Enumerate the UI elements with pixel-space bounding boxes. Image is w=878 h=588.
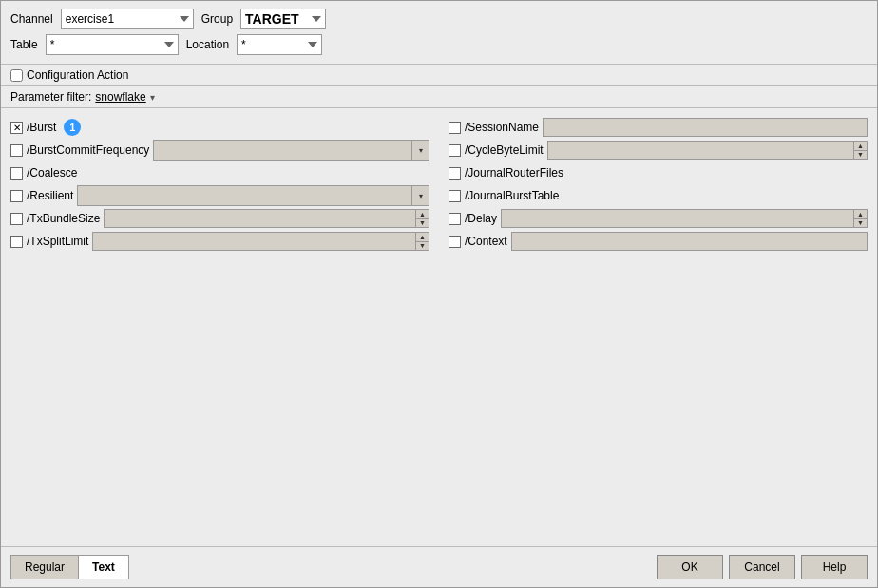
burstcommitfreq-input[interactable]	[154, 141, 411, 160]
cyclebytelimit-label: /CycleByteLimit	[465, 143, 544, 157]
params-area: ✕ /Burst 1 /BurstCommitFrequency ▾ /C	[1, 108, 877, 546]
param-row-sessionname: /SessionName	[449, 116, 868, 139]
action-buttons: OK Cancel Help	[657, 555, 868, 579]
delay-up-icon[interactable]: ▲	[854, 210, 867, 219]
txbundlesize-spin[interactable]: ▲ ▼	[104, 209, 429, 228]
location-label: Location	[186, 38, 229, 51]
cyclebytelimit-checkbox[interactable]	[449, 144, 461, 157]
table-label: Table	[10, 38, 38, 51]
dialog: Channel exercise1 Group TARGET Table * L…	[0, 0, 878, 588]
burstcommitfreq-checkbox[interactable]	[10, 144, 23, 157]
resilient-input[interactable]	[78, 186, 411, 205]
burstcommitfreq-label: /BurstCommitFrequency	[27, 143, 149, 157]
cyclebytelimit-spin[interactable]: ▲ ▼	[547, 141, 868, 160]
group-label: Group	[201, 12, 233, 26]
param-row-delay: /Delay ▲ ▼	[449, 207, 868, 230]
context-checkbox[interactable]	[449, 236, 461, 248]
txbundlesize-up-icon[interactable]: ▲	[416, 210, 429, 219]
resilient-checkbox[interactable]	[10, 190, 23, 202]
txsplitlimit-up-icon[interactable]: ▲	[416, 233, 429, 242]
cyclebytelimit-down-icon[interactable]: ▼	[854, 151, 867, 160]
txsplitlimit-spinbtns: ▲ ▼	[415, 233, 429, 250]
resilient-label: /Resilient	[27, 189, 73, 202]
coalesce-checkbox[interactable]	[10, 167, 23, 180]
filter-arrow-icon[interactable]: ▾	[150, 92, 155, 103]
resilient-arrow-icon[interactable]: ▾	[411, 186, 429, 205]
txbundlesize-spinbtns: ▲ ▼	[415, 210, 429, 227]
sessionname-label: /SessionName	[465, 121, 539, 134]
burst-checkbox[interactable]: ✕	[10, 122, 23, 134]
burst-badge: 1	[64, 119, 81, 136]
delay-spin[interactable]: ▲ ▼	[501, 209, 868, 228]
journalrouterfiles-label: /JournalRouterFiles	[465, 166, 563, 180]
param-row-context: /Context	[449, 230, 868, 253]
table-select[interactable]: *	[46, 34, 179, 55]
param-row-txbundlesize: /TxBundleSize ▲ ▼	[10, 207, 429, 230]
bottom-bar: Regular Text OK Cancel Help	[1, 546, 877, 587]
channel-group-row: Channel exercise1 Group TARGET	[10, 9, 868, 29]
param-row-journalbursttable: /JournalBurstTable	[449, 184, 868, 207]
cyclebytelimit-input[interactable]	[548, 142, 853, 159]
delay-checkbox[interactable]	[449, 213, 461, 225]
params-grid: ✕ /Burst 1 /BurstCommitFrequency ▾ /C	[10, 116, 868, 253]
param-row-cyclebytelimit: /CycleByteLimit ▲ ▼	[449, 139, 868, 161]
param-row-coalesce: /Coalesce	[10, 161, 429, 184]
param-row-txsplitlimit: /TxSplitLimit ▲ ▼	[10, 230, 429, 253]
burst-label: /Burst	[27, 121, 56, 134]
context-label: /Context	[465, 235, 507, 248]
sessionname-input[interactable]	[543, 118, 868, 137]
cyclebytelimit-spinbtns: ▲ ▼	[853, 142, 867, 159]
config-row: Configuration Action	[1, 65, 877, 86]
help-button[interactable]: Help	[801, 555, 868, 579]
burstcommitfreq-arrow-icon[interactable]: ▾	[411, 141, 429, 160]
filter-value[interactable]: snowflake	[95, 90, 145, 104]
table-location-row: Table * Location *	[10, 34, 868, 55]
tab-text[interactable]: Text	[78, 555, 129, 579]
txbundlesize-label: /TxBundleSize	[27, 212, 100, 225]
journalbursttable-checkbox[interactable]	[449, 190, 461, 202]
params-right-col: /SessionName /CycleByteLimit ▲ ▼	[449, 116, 868, 253]
txbundlesize-checkbox[interactable]	[10, 213, 23, 225]
param-row-journalrouterfiles: /JournalRouterFiles	[449, 161, 868, 184]
txsplitlimit-label: /TxSplitLimit	[27, 235, 88, 248]
delay-spinbtns: ▲ ▼	[853, 210, 867, 227]
txbundlesize-down-icon[interactable]: ▼	[416, 219, 429, 228]
resilient-dropdown[interactable]: ▾	[77, 185, 429, 206]
sessionname-checkbox[interactable]	[449, 122, 461, 134]
group-select[interactable]: TARGET	[240, 9, 326, 29]
config-label: Configuration Action	[27, 68, 128, 82]
config-checkbox[interactable]	[10, 69, 23, 82]
burstcommitfreq-dropdown[interactable]: ▾	[153, 140, 429, 161]
header-section: Channel exercise1 Group TARGET Table * L…	[1, 1, 877, 65]
txsplitlimit-down-icon[interactable]: ▼	[416, 242, 429, 251]
ok-button[interactable]: OK	[657, 555, 723, 579]
tab-group: Regular Text	[10, 555, 129, 579]
context-input[interactable]	[511, 232, 868, 251]
tab-regular[interactable]: Regular	[10, 555, 78, 579]
delay-label: /Delay	[465, 212, 497, 225]
coalesce-label: /Coalesce	[27, 166, 77, 180]
param-row-burstcommitfreq: /BurstCommitFrequency ▾	[10, 139, 429, 161]
channel-select[interactable]: exercise1	[61, 9, 194, 29]
param-row-resilient: /Resilient ▾	[10, 184, 429, 207]
cancel-button[interactable]: Cancel	[729, 555, 795, 579]
journalbursttable-label: /JournalBurstTable	[465, 189, 559, 202]
location-select[interactable]: *	[237, 34, 322, 55]
filter-row: Parameter filter: snowflake ▾	[1, 86, 877, 108]
param-row-burst: ✕ /Burst 1	[10, 116, 429, 139]
channel-label: Channel	[10, 12, 53, 26]
cyclebytelimit-up-icon[interactable]: ▲	[854, 142, 867, 151]
txsplitlimit-input[interactable]	[93, 233, 415, 250]
params-left-col: ✕ /Burst 1 /BurstCommitFrequency ▾ /C	[10, 116, 429, 253]
txbundlesize-input[interactable]	[105, 210, 415, 227]
delay-down-icon[interactable]: ▼	[854, 219, 867, 228]
journalrouterfiles-checkbox[interactable]	[449, 167, 461, 180]
txsplitlimit-checkbox[interactable]	[10, 236, 23, 248]
txsplitlimit-spin[interactable]: ▲ ▼	[92, 232, 429, 251]
delay-input[interactable]	[502, 210, 853, 227]
filter-label: Parameter filter:	[10, 90, 91, 104]
